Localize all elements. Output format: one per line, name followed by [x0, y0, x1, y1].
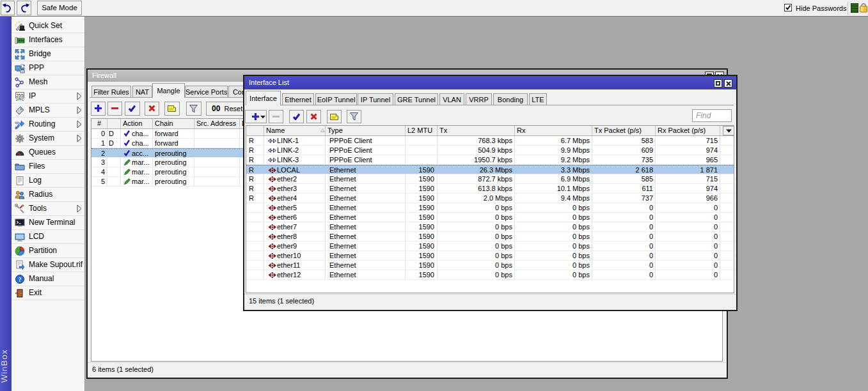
svg-text:?: ? [19, 276, 22, 283]
svg-text:255: 255 [16, 93, 24, 98]
